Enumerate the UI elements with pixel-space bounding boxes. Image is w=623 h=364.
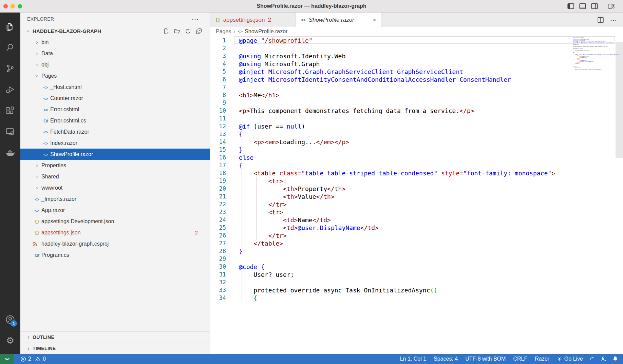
- code-line-13[interactable]: 13{: [210, 130, 623, 138]
- code-line-30[interactable]: 30@code {: [210, 263, 623, 271]
- tree-item-pages[interactable]: ›Pages: [20, 70, 210, 81]
- code-line-26[interactable]: 26 </tr>: [210, 232, 623, 240]
- code-line-9[interactable]: 9: [210, 99, 623, 107]
- code-line-24[interactable]: 24 <td>Name</td>: [210, 216, 623, 224]
- search-icon[interactable]: [0, 37, 20, 58]
- code-line-23[interactable]: 23 <tr>: [210, 208, 623, 216]
- tree-item-bin[interactable]: ›bin: [20, 37, 210, 48]
- tree-item-counter-razor[interactable]: <>Counter.razor: [20, 93, 210, 104]
- code-line-25[interactable]: 25 <td>@user.DisplayName</td>: [210, 224, 623, 232]
- tree-item--host-cshtml[interactable]: <>_Host.cshtml: [20, 81, 210, 93]
- minimize-window-button[interactable]: [11, 4, 15, 8]
- code-lines[interactable]: 1@page "/showprofile"23@using Microsoft.…: [210, 37, 623, 302]
- tree-item-obj[interactable]: ›obj: [20, 59, 210, 70]
- problems-status[interactable]: 2 0: [14, 356, 46, 362]
- tree-item-error-cshtml[interactable]: <>Error.cshtml: [20, 104, 210, 115]
- code-line-15[interactable]: 15}: [210, 146, 623, 154]
- code-line-19[interactable]: 19 <tr>: [210, 177, 623, 185]
- encoding-status[interactable]: UTF-8 with BOM: [461, 356, 509, 362]
- code-line-17[interactable]: 17{: [210, 161, 623, 169]
- tree-item--imports-razor[interactable]: <>_Imports.razor: [20, 193, 210, 205]
- customize-layout-icon[interactable]: [607, 2, 615, 10]
- tree-item-app-razor[interactable]: <>App.razor: [20, 205, 210, 216]
- code-line-16[interactable]: 16else: [210, 154, 623, 161]
- extensions-icon[interactable]: [0, 100, 20, 121]
- outline-section[interactable]: › OUTLINE: [20, 331, 210, 343]
- new-folder-icon[interactable]: [174, 28, 180, 34]
- new-file-icon[interactable]: [163, 28, 169, 34]
- go-live-button[interactable]: Go Live: [553, 356, 587, 362]
- split-editor-icon[interactable]: [597, 17, 604, 23]
- language-mode-status[interactable]: Razor: [531, 356, 553, 362]
- code-line-20[interactable]: 20 <th>Property</th>: [210, 185, 623, 193]
- breadcrumb-folder[interactable]: Pages: [216, 28, 231, 35]
- code-line-3[interactable]: 3@using Microsoft.Identity.Web: [210, 52, 623, 60]
- project-section-header[interactable]: › HADDLEY-BLAZOR-GRAPH: [20, 25, 210, 37]
- code-line-33[interactable]: 33 protected override async Task OnIniti…: [210, 286, 623, 294]
- tree-item-appsettings-development-json[interactable]: {}appsettings.Development.json: [20, 216, 210, 227]
- code-line-29[interactable]: 29: [210, 255, 623, 263]
- code-line-34[interactable]: 34 {: [210, 294, 623, 302]
- code-line-32[interactable]: 32: [210, 279, 623, 286]
- code-line-18[interactable]: 18 <table class="table table-striped tab…: [210, 169, 623, 177]
- code-editor[interactable]: 1@page "/showprofile"23@using Microsoft.…: [210, 36, 623, 354]
- code-line-7[interactable]: 7: [210, 83, 623, 91]
- code-line-31[interactable]: 31 User? user;: [210, 271, 623, 279]
- explorer-icon[interactable]: [0, 16, 20, 37]
- tab-appsettings-json[interactable]: {} appsettings.json 2: [210, 13, 296, 27]
- indentation-status[interactable]: Spaces: 4: [430, 356, 461, 362]
- tree-item-program-cs[interactable]: C#Program.cs: [20, 249, 210, 261]
- close-tab-icon[interactable]: ×: [368, 16, 376, 24]
- code-line-1[interactable]: 1@page "/showprofile": [210, 37, 623, 44]
- tree-item-showprofile-razor[interactable]: <>ShowProfile.razor: [20, 149, 210, 160]
- tree-item-fetchdata-razor[interactable]: <>FetchData.razor: [20, 126, 210, 137]
- code-line-14[interactable]: 14 <p><em>Loading...</em></p>: [210, 138, 623, 146]
- code-line-6[interactable]: 6@inject MicrosoftIdentityConsentAndCond…: [210, 76, 623, 83]
- code-line-2[interactable]: 2: [210, 44, 623, 52]
- toggle-primary-sidebar-icon[interactable]: [567, 2, 574, 10]
- code-line-11[interactable]: 11: [210, 115, 623, 122]
- tree-item-haddley-blazor-graph-csproj[interactable]: haddley-blazor-graph.csproj: [20, 238, 210, 249]
- refresh-icon[interactable]: [185, 28, 191, 34]
- tree-item-properties[interactable]: ›Properties: [20, 160, 210, 171]
- toggle-panel-icon[interactable]: [579, 2, 586, 10]
- editor-scrollbar[interactable]: [616, 42, 623, 158]
- code-line-5[interactable]: 5@inject Microsoft.Graph.GraphServiceCli…: [210, 68, 623, 76]
- toggle-secondary-sidebar-icon[interactable]: [591, 2, 598, 10]
- remote-indicator[interactable]: ><: [0, 354, 14, 364]
- breadcrumb-file[interactable]: ShowProfile.razor: [245, 28, 287, 35]
- tree-item-shared[interactable]: ›Shared: [20, 171, 210, 182]
- code-line-21[interactable]: 21 <th>Value</th>: [210, 193, 623, 200]
- tree-item-wwwroot[interactable]: ›wwwroot: [20, 182, 210, 193]
- spinner-arc-icon[interactable]: [587, 356, 598, 362]
- tree-item-data[interactable]: ›Data: [20, 48, 210, 59]
- code-line-28[interactable]: 28}: [210, 247, 623, 255]
- maximize-window-button[interactable]: [18, 4, 22, 8]
- code-line-27[interactable]: 27 </table>: [210, 240, 623, 247]
- minimap[interactable]: @page "/showprofile" @using Microsoft.Id…: [573, 37, 614, 71]
- tree-item-index-razor[interactable]: <>Index.razor: [20, 137, 210, 149]
- tab-showprofile-razor[interactable]: <> ShowProfile.razor ×: [296, 13, 381, 27]
- settings-gear-icon[interactable]: ⚙: [0, 330, 20, 351]
- accounts-icon[interactable]: 1: [0, 309, 20, 330]
- code-line-8[interactable]: 8<h1>Me</h1>: [210, 91, 623, 99]
- source-control-icon[interactable]: [0, 58, 20, 79]
- code-line-12[interactable]: 12@if (user == null): [210, 122, 623, 130]
- remote-explorer-icon[interactable]: [0, 121, 20, 142]
- docker-icon[interactable]: [0, 142, 20, 163]
- timeline-section[interactable]: › TIMELINE: [20, 343, 210, 354]
- notifications-bell-icon[interactable]: [609, 356, 623, 362]
- close-window-button[interactable]: [3, 4, 8, 8]
- code-line-4[interactable]: 4@using Microsoft.Graph: [210, 60, 623, 68]
- person-check-icon[interactable]: [598, 356, 609, 362]
- code-line-10[interactable]: 10<p>This component demonstrates fetchin…: [210, 107, 623, 115]
- run-debug-icon[interactable]: [0, 79, 20, 100]
- tree-item-error-cshtml-cs[interactable]: C#Error.cshtml.cs: [20, 115, 210, 126]
- collapse-folders-icon[interactable]: [196, 28, 202, 34]
- editor-more-actions-icon[interactable]: ⋯: [610, 19, 617, 21]
- eol-status[interactable]: CRLF: [509, 356, 531, 362]
- code-line-22[interactable]: 22 </tr>: [210, 200, 623, 208]
- tree-item-appsettings-json[interactable]: {}appsettings.json2: [20, 227, 210, 238]
- cursor-position-status[interactable]: Ln 1, Col 1: [396, 356, 430, 362]
- explorer-more-actions-icon[interactable]: ⋯: [192, 17, 199, 21]
